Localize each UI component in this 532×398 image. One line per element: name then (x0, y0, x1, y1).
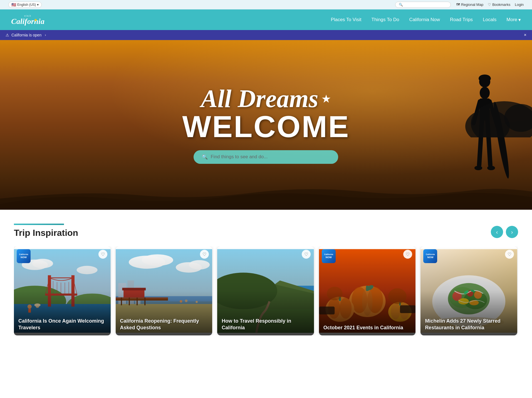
regional-map-link[interactable]: 🗺 Regional Map (456, 3, 483, 7)
main-nav: visit California Places To Visit Things … (0, 9, 532, 30)
section-title: Trip Inspiration (14, 228, 78, 238)
card-1-title: California Is Once Again Welcoming Trave… (18, 318, 106, 331)
card-4-content: October 2021 Events in California (319, 320, 416, 335)
section-title-wrap: Trip Inspiration (14, 224, 78, 238)
warning-icon: ⚠ (6, 33, 9, 37)
nav-things-to-do[interactable]: Things To Do (372, 17, 399, 23)
hero-section: All Dreams ★ WELCOME 🔍 Find things to se… (0, 40, 532, 210)
alert-bar: ⚠ California is open › × (0, 30, 532, 40)
card-october-events[interactable]: California NOW ♡ October 2021 Events in … (319, 246, 416, 335)
flag-icon: 🇺🇸 (11, 3, 16, 7)
trip-inspiration-section: Trip Inspiration ‹ › (0, 210, 532, 347)
section-nav: ‹ › (491, 226, 518, 238)
bookmark-button-2[interactable]: ♡ (200, 250, 209, 259)
alert-chevron-icon: › (45, 33, 46, 37)
card-2-title: California Reopening: Frequently Asked Q… (120, 318, 208, 331)
hero-content: All Dreams ★ WELCOME 🔍 Find things to se… (182, 86, 350, 164)
california-now-badge-5: California NOW (423, 249, 437, 263)
search-icon: 🔍 (399, 3, 403, 7)
hero-search-bar[interactable]: 🔍 Find things to see and do... (194, 150, 338, 164)
card-michelin-restaurants[interactable]: California NOW ♡ Michelin Adds 27 Newly … (420, 246, 517, 335)
logo[interactable]: visit California (11, 12, 44, 28)
nav-places-to-visit[interactable]: Places To Visit (331, 17, 362, 23)
map-icon: 🗺 (456, 3, 460, 7)
nav-california-now[interactable]: California Now (409, 17, 440, 23)
svg-point-2 (34, 19, 37, 21)
bookmarks-link[interactable]: ♡ Bookmarks (488, 3, 510, 7)
section-header: Trip Inspiration ‹ › (14, 224, 518, 238)
alert-close-button[interactable]: × (524, 33, 526, 38)
bookmark-button-5[interactable]: ♡ (505, 250, 514, 259)
nav-road-trips[interactable]: Road Trips (450, 17, 473, 23)
california-now-badge-4: California NOW (322, 249, 336, 263)
card-3-content: How to Travel Responsibly in California (217, 313, 314, 335)
heart-icon: ♡ (488, 3, 491, 7)
nav-locals[interactable]: Locals (483, 17, 496, 23)
nav-more[interactable]: More ▾ (506, 17, 521, 23)
language-label: English (US) (17, 3, 36, 7)
prev-button[interactable]: ‹ (491, 226, 503, 238)
hero-title-bottom: WELCOME (182, 111, 350, 142)
bookmark-button-3[interactable]: ♡ (302, 250, 311, 259)
bookmark-button-1[interactable]: ♡ (98, 250, 107, 259)
chevron-down-icon: ▾ (518, 17, 521, 23)
alert-text: California is open (11, 33, 41, 37)
card-2-content: California Reopening: Frequently Asked Q… (116, 313, 212, 335)
logo-svg: visit California (11, 12, 44, 28)
search-placeholder: Find things to see and do... (211, 154, 268, 160)
card-travel-responsibly[interactable]: ♡ How to Travel Responsibly in Californi… (217, 246, 314, 335)
language-selector[interactable]: 🇺🇸 English (US) ▾ (8, 2, 42, 8)
card-1-content: California Is Once Again Welcoming Trave… (14, 313, 111, 335)
svg-text:California: California (11, 17, 44, 26)
search-icon: 🔍 (202, 154, 208, 160)
top-bar-right: 🔍 🗺 Regional Map ♡ Bookmarks Login (395, 2, 524, 8)
top-bar-left: 🇺🇸 English (US) ▾ (8, 2, 42, 8)
card-5-title: Michelin Adds 27 Newly Starred Restauran… (425, 318, 513, 331)
card-california-welcoming[interactable]: California NOW ♡ California Is Once Agai… (14, 246, 111, 335)
top-links: 🗺 Regional Map ♡ Bookmarks Login (456, 3, 524, 7)
dropdown-chevron-icon: ▾ (37, 3, 39, 7)
rocks-silhouette (449, 68, 532, 137)
card-4-title: October 2021 Events in California (323, 325, 411, 331)
alert-bar-content[interactable]: ⚠ California is open › (6, 33, 46, 37)
section-title-bar (14, 224, 64, 225)
card-reopening-faq[interactable]: ♡ California Reopening: Frequently Asked… (116, 246, 212, 335)
nav-links: Places To Visit Things To Do California … (331, 17, 521, 23)
login-link[interactable]: Login (515, 3, 524, 7)
cards-container: California NOW ♡ California Is Once Agai… (14, 246, 518, 335)
star-icon: ★ (321, 92, 331, 105)
california-now-badge: California NOW (17, 249, 31, 263)
card-5-content: Michelin Adds 27 Newly Starred Restauran… (420, 313, 517, 335)
next-button[interactable]: › (506, 226, 518, 238)
top-bar: 🇺🇸 English (US) ▾ 🔍 🗺 Regional Map ♡ Boo… (0, 0, 532, 9)
top-search-bar[interactable]: 🔍 (395, 2, 451, 8)
card-3-title: How to Travel Responsibly in California (222, 318, 310, 331)
hero-title-top: All Dreams (201, 86, 318, 111)
